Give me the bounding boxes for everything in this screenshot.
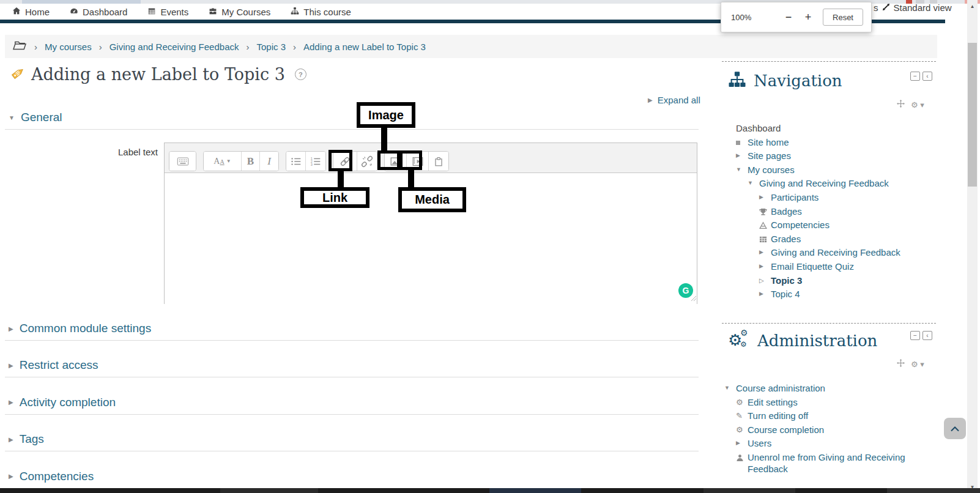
minimize-block-icon[interactable]: − — [910, 331, 920, 340]
navigation-item-label: Badges — [771, 206, 802, 217]
block-actions-gear-icon[interactable]: ⚙ ▾ — [911, 100, 924, 109]
toolbar-toggle-button[interactable] — [169, 152, 196, 171]
taskbar-fragment — [887, 488, 980, 493]
italic-button[interactable]: I — [260, 152, 278, 171]
tri-right-icon: ▶ — [648, 97, 653, 103]
scrollbar[interactable]: ▲ ▼ — [967, 0, 978, 493]
minimize-block-icon[interactable]: − — [910, 72, 920, 81]
browser-zoom-popup: 100% − + Reset — [721, 2, 872, 32]
help-icon[interactable]: ? — [295, 69, 306, 80]
file-button[interactable] — [429, 152, 448, 171]
taskbar-fragment — [489, 488, 581, 493]
tri-right-icon[interactable]: ▶ — [736, 437, 748, 448]
navigation-item-giving-and-receiving-feedback[interactable]: ▼Giving and Receiving Feedback — [723, 177, 937, 191]
navigation-item-my-courses[interactable]: ▼My courses — [723, 164, 937, 178]
tri-right-open-icon[interactable]: ▷ — [759, 275, 771, 286]
label-text-label: Label text — [5, 147, 158, 157]
breadcrumb-link-topic-3[interactable]: Topic 3 — [256, 42, 286, 52]
administration-item-label: Course completion — [748, 424, 824, 436]
tri-down-icon[interactable]: ▼ — [736, 164, 748, 175]
move-block-icon[interactable] — [897, 99, 905, 110]
navbar-item-home[interactable]: Home — [12, 7, 50, 17]
person-icon — [736, 451, 748, 462]
navbar-item-label: Home — [25, 7, 50, 17]
toolbar-group: 123 — [286, 151, 326, 171]
zoom-reset-button[interactable]: Reset — [823, 9, 863, 26]
bold-button[interactable]: B — [242, 152, 260, 171]
scrollbar-thumb[interactable] — [968, 43, 977, 187]
navigation-item-site-home[interactable]: Site home — [723, 136, 937, 150]
scroll-up-arrow[interactable]: ▲ — [967, 1, 978, 11]
navigation-item-label: Topic 4 — [771, 288, 800, 300]
section-restrict-access[interactable]: ▶Restrict access — [5, 352, 699, 377]
back-to-top-button[interactable] — [944, 418, 966, 439]
tri-right-icon[interactable]: ▶ — [759, 191, 771, 202]
navbar-item-events[interactable]: Events — [147, 7, 188, 17]
navbar-item-label: Events — [160, 7, 188, 17]
navigation-item-giving-and-receiving-feedback[interactable]: ▶Giving and Receiving Feedback — [723, 247, 937, 261]
navigation-tree: DashboardSite home▶Site pages▼My courses… — [723, 122, 937, 302]
administration-item-course-completion[interactable]: ⚙Course completion — [723, 424, 937, 438]
annotation-link-button-box — [329, 150, 352, 171]
zoom-in-button[interactable]: + — [801, 11, 815, 24]
tri-down-icon[interactable]: ▼ — [724, 382, 736, 393]
tri-right-icon[interactable]: ▶ — [759, 261, 771, 272]
navigation-item-site-pages[interactable]: ▶Site pages — [723, 150, 937, 164]
dock-block-icon[interactable]: ‹ — [922, 331, 932, 340]
section-tags[interactable]: ▶Tags — [5, 426, 699, 451]
navigation-item-grades[interactable]: Grades — [723, 233, 937, 247]
expand-all-link[interactable]: ▶ Expand all — [648, 95, 700, 105]
breadcrumb-separator: › — [99, 42, 102, 52]
navigation-block-header: Navigation — [728, 70, 842, 91]
administration-item-unenrol-me-from-giving-and-receiving-feedback[interactable]: Unenrol me from Giving and Receiving Fee… — [723, 451, 937, 475]
tri-right-icon: ▶ — [9, 436, 13, 443]
tri-right-icon: ▶ — [9, 399, 13, 406]
breadcrumb-link-adding-a-new-label-to-topic-3[interactable]: Adding a new Label to Topic 3 — [303, 42, 426, 52]
navigation-item-topic-3[interactable]: ▷Topic 3 — [723, 275, 937, 289]
tri-right-icon[interactable]: ▶ — [759, 247, 771, 258]
pencil-icon: ✎ — [736, 410, 748, 421]
navbar-item-my-courses[interactable]: My Courses — [209, 7, 270, 17]
move-block-icon[interactable] — [897, 358, 905, 369]
tri-right-icon[interactable]: ▶ — [759, 288, 771, 299]
navigation-item-participants[interactable]: ▶Participants — [723, 191, 937, 206]
navigation-item-topic-4[interactable]: ▶Topic 4 — [723, 288, 937, 302]
navigation-item-email-etiquette-quiz[interactable]: ▶Email Etiquette Quiz — [723, 261, 937, 275]
administration-item-course-administration[interactable]: ▼Course administration — [723, 382, 937, 396]
block-actions-gear-icon[interactable]: ⚙ ▾ — [911, 360, 924, 369]
administration-item-turn-editing-off[interactable]: ✎Turn editing off — [723, 410, 937, 424]
toolbar-toggle-icon — [176, 155, 190, 168]
administration-block-header: ⚙ ⚙ ⚙ Administration — [728, 330, 877, 351]
breadcrumb: ›My courses›Giving and Receiving Feedbac… — [5, 35, 937, 58]
administration-item-users[interactable]: ▶Users — [723, 437, 937, 451]
breadcrumb-link-my-courses[interactable]: My courses — [45, 42, 92, 52]
tri-down-icon[interactable]: ▼ — [748, 177, 759, 188]
font-format-button[interactable]: AA▼ — [204, 152, 242, 171]
section-competencies[interactable]: ▶Competencies — [5, 464, 699, 489]
navigation-item-dashboard[interactable]: Dashboard — [723, 122, 937, 136]
numbered-list-button[interactable]: 123 — [306, 152, 325, 171]
bullet-list-button[interactable] — [286, 152, 306, 171]
administration-item-edit-settings[interactable]: ⚙Edit settings — [723, 396, 937, 410]
navigation-item-label: Giving and Receiving Feedback — [759, 177, 889, 189]
section-common-module-settings[interactable]: ▶Common module settings — [5, 316, 699, 341]
administration-item-label: Turn editing off — [748, 410, 808, 421]
breadcrumb-link-giving-and-receiving-feedback[interactable]: Giving and Receiving Feedback — [110, 42, 239, 52]
gear-icon: ⚙ — [736, 424, 748, 435]
administration-block-title: Administration — [757, 332, 877, 350]
navbar-item-this-course[interactable]: This course — [291, 7, 351, 17]
standard-view-link[interactable]: Standard view — [894, 2, 952, 13]
zoom-out-button[interactable]: − — [781, 11, 796, 24]
unlink-button[interactable] — [357, 152, 377, 171]
navigation-item-badges[interactable]: Badges — [723, 206, 937, 220]
section-general-header[interactable]: ▼ General — [9, 111, 62, 124]
resize-handle-icon[interactable] — [690, 292, 696, 303]
navbar-item-dashboard[interactable]: Dashboard — [70, 7, 127, 17]
dock-block-icon[interactable]: ‹ — [922, 72, 932, 81]
taskbar-sliver — [0, 488, 980, 493]
section-activity-completion[interactable]: ▶Activity completion — [5, 390, 699, 415]
sitemap-icon — [728, 70, 746, 91]
navigation-item-competencies[interactable]: Competencies — [723, 219, 937, 233]
tri-right-icon[interactable]: ▶ — [736, 150, 748, 161]
folder-icon[interactable] — [12, 40, 27, 53]
